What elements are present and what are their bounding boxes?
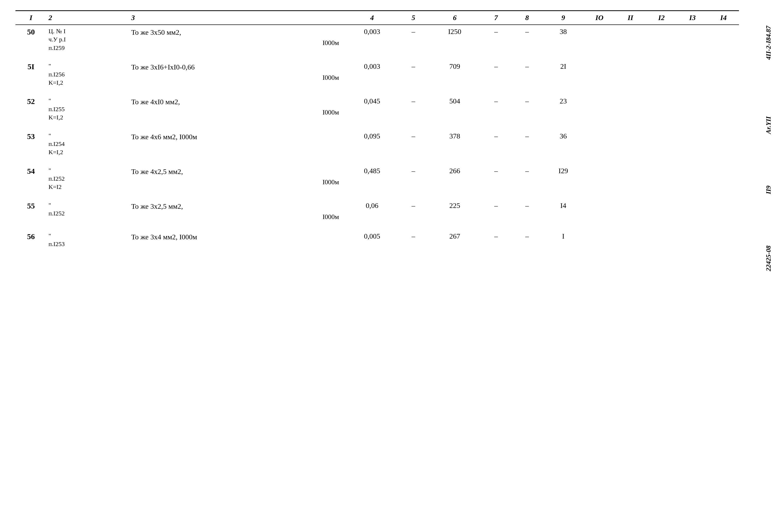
row-col6: 225	[429, 199, 481, 224]
row-col9: I	[543, 229, 584, 250]
row-desc: To же 3x2,5 мм2,I000м	[129, 199, 346, 224]
row-num: 52	[15, 94, 46, 123]
row-col11	[615, 164, 646, 193]
row-col12	[646, 25, 677, 54]
row-num: 55	[15, 199, 46, 224]
table-row: 54" п.I252 K=I2To же 4x2,5 мм2,I000м0,48…	[15, 164, 739, 193]
row-col5: –	[398, 229, 429, 250]
row-col7: –	[481, 164, 512, 193]
row-col13	[677, 129, 708, 158]
row-col13	[677, 94, 708, 123]
row-col12	[646, 60, 677, 89]
row-col14	[708, 229, 739, 250]
row-col13	[677, 164, 708, 193]
row-col14	[708, 94, 739, 123]
row-col12	[646, 164, 677, 193]
row-col11	[615, 229, 646, 250]
row-col13	[677, 229, 708, 250]
header-col1: I	[15, 11, 46, 25]
row-col14	[708, 25, 739, 54]
row-col13	[677, 60, 708, 89]
side-label-3: II9	[765, 185, 772, 194]
row-col6: 267	[429, 229, 481, 250]
table-wrapper: I 2 3 4 5 6 7 8 9 IO II I2 I3 I4 50Ц. № …	[15, 10, 739, 250]
row-col5: –	[398, 129, 429, 158]
row-col6: 709	[429, 60, 481, 89]
header-col11: II	[615, 11, 646, 25]
row-col10	[584, 25, 615, 54]
main-table: I 2 3 4 5 6 7 8 9 IO II I2 I3 I4 50Ц. № …	[15, 10, 739, 250]
row-col11	[615, 25, 646, 54]
header-col12: I2	[646, 11, 677, 25]
row-desc: To же 3xI6+IxI0-0,66I000м	[129, 60, 346, 89]
row-col5: –	[398, 94, 429, 123]
row-col4: 0,005	[346, 229, 398, 250]
row-col5: –	[398, 60, 429, 89]
side-labels: 4II-2-I84.87 Ar.YII II9 22425-08	[765, 10, 772, 268]
row-ref: " п.I255 K=I,2	[46, 94, 129, 123]
row-col7: –	[481, 25, 512, 54]
row-col8: –	[512, 199, 543, 224]
row-col13	[677, 199, 708, 224]
row-col8: –	[512, 164, 543, 193]
row-ref: " п.I252 K=I2	[46, 164, 129, 193]
row-col10	[584, 164, 615, 193]
header-col8: 8	[512, 11, 543, 25]
row-ref: " п.I253	[46, 229, 129, 250]
row-col9: 2I	[543, 60, 584, 89]
row-col5: –	[398, 25, 429, 54]
row-num: 53	[15, 129, 46, 158]
row-col4: 0,003	[346, 60, 398, 89]
row-col10	[584, 229, 615, 250]
header-col2: 2	[46, 11, 129, 25]
row-col11	[615, 94, 646, 123]
row-col10	[584, 129, 615, 158]
table-row: 50Ц. № I ч.У р.I п.I259To же 3x50 мм2,I0…	[15, 25, 739, 54]
row-col9: 36	[543, 129, 584, 158]
row-num: 56	[15, 229, 46, 250]
row-col5: –	[398, 164, 429, 193]
row-col6: I250	[429, 25, 481, 54]
row-col8: –	[512, 94, 543, 123]
row-col6: 504	[429, 94, 481, 123]
row-col4: 0,003	[346, 25, 398, 54]
row-desc: To же 4x2,5 мм2,I000м	[129, 164, 346, 193]
header-col9: 9	[543, 11, 584, 25]
row-desc: To же 4xI0 мм2,I000м	[129, 94, 346, 123]
row-col10	[584, 94, 615, 123]
row-col6: 378	[429, 129, 481, 158]
row-col5: –	[398, 199, 429, 224]
table-row: 56" п.I253To же 3x4 мм2, I000м0,005–267–…	[15, 229, 739, 250]
row-col4: 0,095	[346, 129, 398, 158]
header-col3: 3	[129, 11, 346, 25]
row-col13	[677, 25, 708, 54]
row-col12	[646, 229, 677, 250]
header-col7: 7	[481, 11, 512, 25]
row-col8: –	[512, 229, 543, 250]
row-ref: " п.I256 K=I,2	[46, 60, 129, 89]
row-col10	[584, 199, 615, 224]
side-label-4: 22425-08	[765, 245, 772, 271]
row-desc: To же 3x50 мм2,I000м	[129, 25, 346, 54]
row-col8: –	[512, 129, 543, 158]
row-col7: –	[481, 60, 512, 89]
row-col9: 38	[543, 25, 584, 54]
row-desc: To же 3x4 мм2, I000м	[129, 229, 346, 250]
row-col12	[646, 94, 677, 123]
row-col11	[615, 129, 646, 158]
row-col12	[646, 129, 677, 158]
row-col14	[708, 129, 739, 158]
row-desc: To же 4x6 мм2, I000м	[129, 129, 346, 158]
side-label-2: Ar.YII	[765, 116, 772, 134]
row-col9: 23	[543, 94, 584, 123]
row-col4: 0,485	[346, 164, 398, 193]
row-num: 54	[15, 164, 46, 193]
header-col14: I4	[708, 11, 739, 25]
row-col11	[615, 199, 646, 224]
row-col9: I29	[543, 164, 584, 193]
row-col14	[708, 199, 739, 224]
side-label-1: 4II-2-I84.87	[765, 26, 772, 60]
row-col6: 266	[429, 164, 481, 193]
row-col7: –	[481, 94, 512, 123]
row-col8: –	[512, 25, 543, 54]
